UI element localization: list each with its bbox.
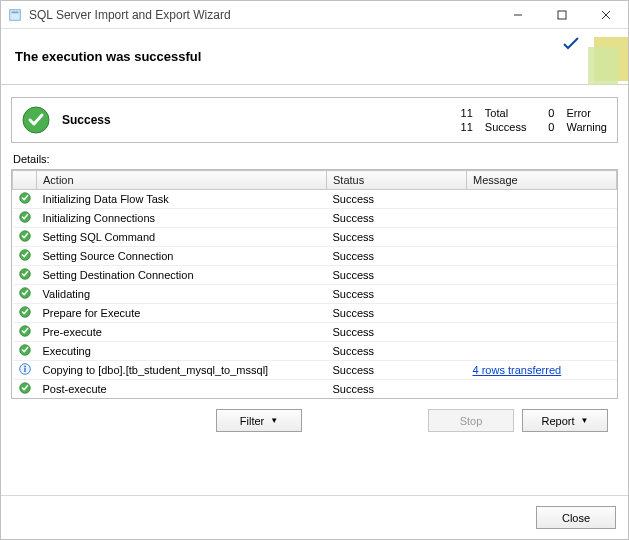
message-cell: 4 rows transferred	[467, 361, 617, 380]
chevron-down-icon: ▼	[270, 416, 278, 425]
close-button[interactable]: Close	[536, 506, 616, 529]
window-controls	[496, 1, 628, 29]
close-window-button[interactable]	[584, 1, 628, 29]
check-icon	[13, 247, 37, 266]
action-cell: Prepare for Execute	[37, 304, 327, 323]
table-row[interactable]: Pre-executeSuccess	[13, 323, 617, 342]
table-row[interactable]: Copying to [dbo].[tb_student_mysql_to_ms…	[13, 361, 617, 380]
status-cell: Success	[327, 285, 467, 304]
svg-rect-3	[558, 11, 566, 19]
action-cell: Post-execute	[37, 380, 327, 399]
check-icon	[13, 304, 37, 323]
error-label: Error	[566, 107, 607, 119]
action-cell: Validating	[37, 285, 327, 304]
svg-rect-20	[24, 368, 25, 372]
action-cell: Copying to [dbo].[tb_student_mysql_to_ms…	[37, 361, 327, 380]
banner-decor-icon	[588, 29, 628, 85]
svg-rect-7	[588, 47, 618, 85]
col-action[interactable]: Action	[37, 171, 327, 190]
check-icon	[13, 285, 37, 304]
table-row[interactable]: Setting Destination ConnectionSuccess	[13, 266, 617, 285]
message-cell	[467, 190, 617, 209]
filter-button[interactable]: Filter ▼	[216, 409, 302, 432]
status-cell: Success	[327, 247, 467, 266]
col-message[interactable]: Message	[467, 171, 617, 190]
svg-rect-1	[12, 11, 19, 13]
status-cell: Success	[327, 380, 467, 399]
action-cell: Initializing Connections	[37, 209, 327, 228]
success-icon	[22, 106, 50, 134]
table-row[interactable]: Post-executeSuccess	[13, 380, 617, 399]
message-link[interactable]: 4 rows transferred	[473, 364, 562, 376]
action-cell: Setting Destination Connection	[37, 266, 327, 285]
action-cell: Pre-execute	[37, 323, 327, 342]
status-cell: Success	[327, 323, 467, 342]
svg-rect-0	[10, 9, 21, 20]
action-cell: Executing	[37, 342, 327, 361]
summary-counts: 11 Total 0 Error 11 Success 0 Warning	[457, 107, 607, 133]
close-label: Close	[562, 512, 590, 524]
check-icon	[13, 190, 37, 209]
stop-label: Stop	[460, 415, 483, 427]
message-cell	[467, 247, 617, 266]
total-count: 11	[457, 107, 473, 119]
error-count: 0	[538, 107, 554, 119]
table-row[interactable]: ExecutingSuccess	[13, 342, 617, 361]
table-row[interactable]: Setting SQL CommandSuccess	[13, 228, 617, 247]
check-icon	[13, 209, 37, 228]
message-cell	[467, 228, 617, 247]
status-cell: Success	[327, 342, 467, 361]
filter-label: Filter	[240, 415, 264, 427]
action-cell: Setting Source Connection	[37, 247, 327, 266]
wizard-window: SQL Server Import and Export Wizard The …	[0, 0, 629, 540]
table-row[interactable]: Prepare for ExecuteSuccess	[13, 304, 617, 323]
status-cell: Success	[327, 190, 467, 209]
report-label: Report	[542, 415, 575, 427]
summary-box: Success 11 Total 0 Error 11 Success 0 Wa…	[11, 97, 618, 143]
execution-subtitle: The execution was successful	[15, 49, 201, 64]
status-cell: Success	[327, 228, 467, 247]
details-table: Action Status Message Initializing Data …	[11, 169, 618, 399]
minimize-button[interactable]	[496, 1, 540, 29]
total-label: Total	[485, 107, 527, 119]
svg-point-19	[24, 366, 26, 368]
summary-status: Success	[62, 113, 111, 127]
info-icon	[13, 361, 37, 380]
status-cell: Success	[327, 304, 467, 323]
status-cell: Success	[327, 209, 467, 228]
footer: Close	[1, 495, 628, 539]
warning-label: Warning	[566, 121, 607, 133]
message-cell	[467, 304, 617, 323]
title-bar: SQL Server Import and Export Wizard	[1, 1, 628, 29]
message-cell	[467, 342, 617, 361]
warning-count: 0	[538, 121, 554, 133]
check-icon	[13, 228, 37, 247]
details-label: Details:	[13, 153, 616, 165]
content-area: Success 11 Total 0 Error 11 Success 0 Wa…	[1, 85, 628, 495]
stop-button: Stop	[428, 409, 514, 432]
message-cell	[467, 323, 617, 342]
header-banner: The execution was successful	[1, 29, 628, 85]
table-row[interactable]: ValidatingSuccess	[13, 285, 617, 304]
table-row[interactable]: Initializing Data Flow TaskSuccess	[13, 190, 617, 209]
success-label: Success	[485, 121, 527, 133]
message-cell	[467, 380, 617, 399]
table-row[interactable]: Initializing ConnectionsSuccess	[13, 209, 617, 228]
message-cell	[467, 285, 617, 304]
check-icon	[13, 380, 37, 399]
message-cell	[467, 266, 617, 285]
button-row: Filter ▼ Stop Report ▼	[11, 399, 618, 440]
table-row[interactable]: Setting Source ConnectionSuccess	[13, 247, 617, 266]
maximize-button[interactable]	[540, 1, 584, 29]
status-cell: Success	[327, 266, 467, 285]
report-button[interactable]: Report ▼	[522, 409, 608, 432]
check-icon	[13, 266, 37, 285]
banner-check-icon	[562, 37, 580, 55]
col-status[interactable]: Status	[327, 171, 467, 190]
action-cell: Initializing Data Flow Task	[37, 190, 327, 209]
chevron-down-icon: ▼	[581, 416, 589, 425]
window-title: SQL Server Import and Export Wizard	[29, 8, 496, 22]
success-count: 11	[457, 121, 473, 133]
status-cell: Success	[327, 361, 467, 380]
col-icon[interactable]	[13, 171, 37, 190]
